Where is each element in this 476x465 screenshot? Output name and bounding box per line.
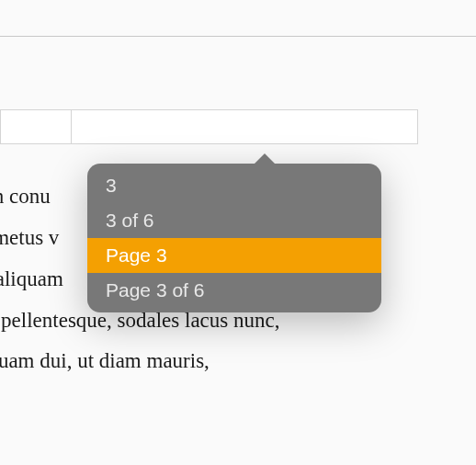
page-format-option-number[interactable]: 3 [87, 168, 381, 203]
page-format-option-page-number[interactable]: Page 3 [87, 238, 381, 273]
text-line: iquam dui, ut diam mauris, [0, 341, 279, 382]
page-number-field-right[interactable] [72, 109, 418, 144]
popover-arrow-icon [253, 153, 277, 165]
page-format-option-page-number-of-total[interactable]: Page 3 of 6 [87, 273, 381, 308]
page-format-option-number-of-total[interactable]: 3 of 6 [87, 203, 381, 238]
toolbar-divider [0, 36, 476, 37]
page-number-field-left[interactable] [0, 109, 72, 144]
page-format-popover: 3 3 of 6 Page 3 Page 3 of 6 [87, 164, 381, 312]
page-number-field-group [0, 109, 418, 144]
